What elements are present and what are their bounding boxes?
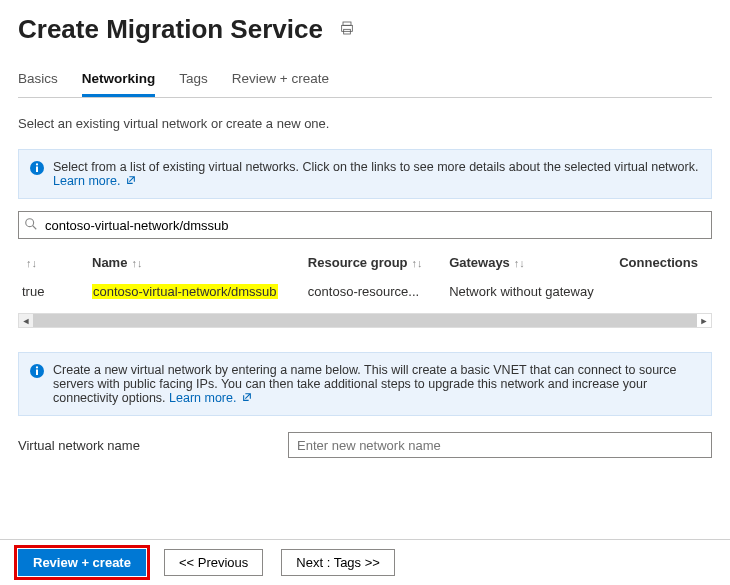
column-name[interactable]: Name [92, 255, 127, 270]
table-row[interactable]: true contoso-virtual-network/dmssub cont… [18, 276, 712, 307]
svg-point-5 [36, 163, 38, 165]
cell-selected: true [18, 276, 88, 307]
scroll-right-icon[interactable]: ► [697, 314, 711, 327]
cell-resource-group: contoso-resource... [304, 276, 445, 307]
svg-point-6 [26, 219, 34, 227]
svg-line-7 [33, 226, 37, 230]
column-resource-group[interactable]: Resource group [308, 255, 408, 270]
vnet-name-label: Virtual network name [18, 438, 268, 453]
tab-tags[interactable]: Tags [179, 71, 208, 97]
page-title: Create Migration Service [18, 14, 323, 45]
info-icon [29, 363, 45, 405]
info-select-existing: Select from a list of existing virtual n… [18, 149, 712, 199]
tab-basics[interactable]: Basics [18, 71, 58, 97]
vnet-search-input[interactable] [18, 211, 712, 239]
vnet-table: ↑↓ Name↑↓ Resource group↑↓ Gateways↑↓ Co… [18, 245, 712, 328]
scroll-left-icon[interactable]: ◄ [19, 314, 33, 327]
column-connections[interactable]: Connections [619, 255, 698, 270]
svg-rect-4 [36, 167, 38, 173]
wizard-footer: Review + create << Previous Next : Tags … [0, 539, 730, 585]
review-create-button[interactable]: Review + create [18, 549, 146, 576]
svg-rect-1 [342, 25, 353, 31]
external-link-icon [242, 391, 252, 401]
info-icon [29, 160, 45, 188]
info-create-new: Create a new virtual network by entering… [18, 352, 712, 416]
tab-review-create[interactable]: Review + create [232, 71, 329, 97]
info-create-text: Create a new virtual network by entering… [53, 363, 676, 405]
horizontal-scrollbar[interactable]: ◄ ► [18, 313, 712, 328]
previous-button[interactable]: << Previous [164, 549, 263, 576]
print-button[interactable] [337, 18, 357, 41]
tab-networking[interactable]: Networking [82, 71, 156, 97]
search-icon [24, 217, 38, 234]
column-gateways[interactable]: Gateways [449, 255, 510, 270]
cell-name: contoso-virtual-network/dmssub [92, 284, 278, 299]
next-button[interactable]: Next : Tags >> [281, 549, 395, 576]
svg-rect-9 [36, 370, 38, 376]
sort-icon[interactable]: ↑↓ [412, 257, 423, 269]
sort-icon[interactable]: ↑↓ [514, 257, 525, 269]
sort-icon[interactable]: ↑↓ [26, 257, 37, 269]
vnet-name-input[interactable] [288, 432, 712, 458]
info-select-text: Select from a list of existing virtual n… [53, 160, 698, 174]
learn-more-link[interactable]: Learn more. [53, 174, 136, 188]
networking-description: Select an existing virtual network or cr… [18, 116, 712, 131]
tabs: Basics Networking Tags Review + create [18, 71, 712, 98]
print-icon [339, 24, 355, 39]
sort-icon[interactable]: ↑↓ [131, 257, 142, 269]
learn-more-link[interactable]: Learn more. [169, 391, 252, 405]
svg-point-10 [36, 366, 38, 368]
cell-gateway: Network without gateway [445, 276, 615, 307]
external-link-icon [126, 174, 136, 184]
svg-rect-0 [343, 22, 351, 25]
